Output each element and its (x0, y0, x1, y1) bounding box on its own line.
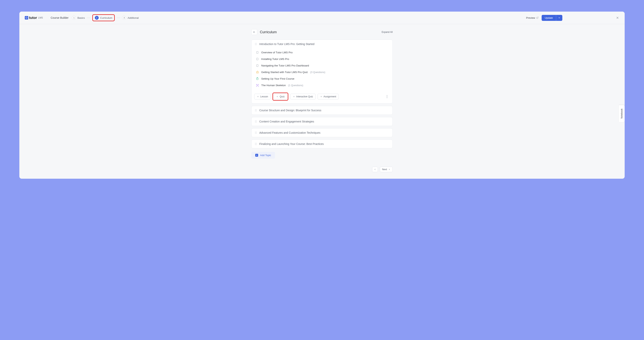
svg-point-50 (256, 133, 256, 134)
step-curriculum[interactable]: 2 Curriculum (92, 14, 115, 21)
lesson-item[interactable]: Getting Started with Tutor LMS Pro Quiz … (255, 69, 389, 75)
preview-link[interactable]: Preview (526, 16, 538, 19)
step-label: Curriculum (100, 16, 112, 19)
external-link-icon (536, 17, 538, 19)
content-header-left: Curriculum (251, 29, 277, 35)
plus-icon (276, 95, 278, 98)
action-label: Interactive Quiz (296, 95, 313, 98)
update-button[interactable]: Update (542, 15, 556, 21)
svg-point-46 (256, 132, 256, 132)
topic-header[interactable]: Introduction to Tutor LMS Pro: Getting S… (252, 40, 392, 48)
lesson-meta: (1 Questions) (288, 84, 303, 87)
topic-title: Finalizing and Launching Your Course: Be… (259, 142, 324, 146)
expand-all-link[interactable]: Expand All (382, 31, 393, 33)
next-button[interactable]: Next (380, 167, 393, 172)
svg-marker-14 (256, 71, 259, 73)
svg-point-40 (256, 120, 256, 121)
step-separator (117, 18, 120, 18)
svg-point-56 (256, 145, 256, 145)
svg-point-18 (256, 84, 257, 85)
content-header: Curriculum Expand All (251, 29, 393, 35)
drag-handle-icon[interactable] (255, 43, 257, 45)
step-label: Additional (128, 16, 138, 19)
add-lesson-button[interactable]: Lesson (254, 94, 270, 100)
add-quiz-button[interactable]: Quiz (274, 94, 287, 100)
add-topic-button[interactable]: + Add Topic (251, 152, 275, 159)
update-dropdown-button[interactable] (556, 15, 562, 21)
add-interactive-quiz-button[interactable]: Interactive Quiz (290, 94, 316, 100)
lesson-item[interactable]: Setting Up Your First Course (255, 75, 389, 82)
svg-point-5 (255, 43, 256, 43)
lesson-list: Overview of Tutor LMS Pro Installing Tut… (252, 48, 392, 91)
svg-point-49 (255, 133, 256, 134)
lesson-item[interactable]: The Human Skeleton (1 Questions) (255, 82, 389, 88)
lesson-title: Getting Started with Tutor LMS Pro Quiz (261, 71, 308, 74)
svg-point-38 (256, 111, 256, 111)
topic-title: Course Structure and Design: Blueprint f… (259, 109, 322, 112)
svg-point-32 (387, 98, 388, 98)
header: tutor LMS Course Builder 1 Basics 2 Curr… (19, 11, 625, 24)
step-basics[interactable]: 1 Basics (72, 16, 85, 20)
plus-icon (320, 95, 322, 98)
svg-rect-11 (256, 51, 258, 53)
topic-header[interactable]: Advanced Features and Customization Tech… (252, 129, 392, 137)
svg-point-54 (256, 144, 256, 144)
more-button[interactable] (385, 94, 389, 99)
svg-point-0 (26, 17, 27, 18)
svg-point-33 (255, 109, 256, 110)
builder-title: Course Builder (51, 16, 69, 19)
topic-title: Advanced Features and Customization Tech… (259, 131, 320, 134)
topic-header[interactable]: Course Structure and Design: Blueprint f… (252, 106, 392, 115)
svg-point-36 (256, 110, 256, 111)
assignment-icon (256, 77, 259, 80)
svg-point-6 (256, 43, 256, 43)
back-button[interactable] (251, 29, 257, 35)
lesson-item[interactable]: Installing Tutor LMS Pro (255, 56, 389, 62)
interactive-quiz-icon (256, 84, 259, 87)
prev-button[interactable] (372, 167, 378, 172)
chevron-left-icon (374, 168, 376, 170)
lesson-item[interactable]: Overview of Tutor LMS Pro (255, 49, 389, 56)
svg-point-35 (255, 110, 256, 111)
topic-card: Content Creation and Engagement Strategi… (251, 117, 393, 126)
step-num: 1 (72, 16, 76, 20)
svg-point-43 (255, 122, 256, 123)
topic-card: Course Structure and Design: Blueprint f… (251, 106, 393, 115)
steps: 1 Basics 2 Curriculum 3 Additional (72, 14, 138, 21)
step-additional[interactable]: 3 Additional (122, 16, 138, 20)
topic-title: Introduction to Tutor LMS Pro: Getting S… (259, 42, 314, 46)
step-num: 3 (122, 16, 126, 20)
svg-point-41 (255, 121, 256, 122)
svg-rect-13 (256, 64, 258, 67)
notebook-tab[interactable]: Notebook (619, 105, 625, 122)
topic-card: Advanced Features and Customization Tech… (251, 128, 393, 137)
lesson-icon (256, 57, 259, 60)
actions-row: Lesson Quiz Interactive Quiz Assignment (252, 91, 392, 103)
action-label: Quiz (280, 95, 285, 98)
close-icon (616, 16, 619, 19)
svg-point-19 (258, 84, 258, 85)
svg-point-9 (255, 45, 256, 45)
close-button[interactable] (616, 16, 619, 19)
drag-handle-icon[interactable] (255, 109, 257, 112)
action-label: Lesson (260, 95, 268, 98)
drag-handle-icon[interactable] (255, 131, 257, 134)
svg-point-55 (255, 145, 256, 145)
footer-nav: Next (251, 167, 393, 172)
topic-header[interactable]: Content Creation and Engagement Strategi… (252, 117, 392, 126)
lesson-title: Installing Tutor LMS Pro (261, 58, 289, 60)
svg-point-21 (258, 86, 258, 86)
lesson-item[interactable]: Navigating the Tutor LMS Pro Dashboard (255, 62, 389, 69)
svg-point-42 (256, 121, 256, 122)
topic-title: Content Creation and Engagement Strategi… (259, 120, 314, 123)
plus-icon (257, 95, 259, 98)
add-topic-label: Add Topic (260, 154, 271, 157)
svg-point-8 (256, 44, 256, 44)
chevron-right-icon (388, 168, 390, 170)
add-assignment-button[interactable]: Assignment (318, 94, 339, 100)
drag-handle-icon[interactable] (255, 120, 257, 123)
topic-header[interactable]: Finalizing and Launching Your Course: Be… (252, 140, 392, 148)
svg-point-17 (257, 85, 258, 86)
lesson-icon (256, 64, 259, 67)
drag-handle-icon[interactable] (255, 143, 257, 145)
